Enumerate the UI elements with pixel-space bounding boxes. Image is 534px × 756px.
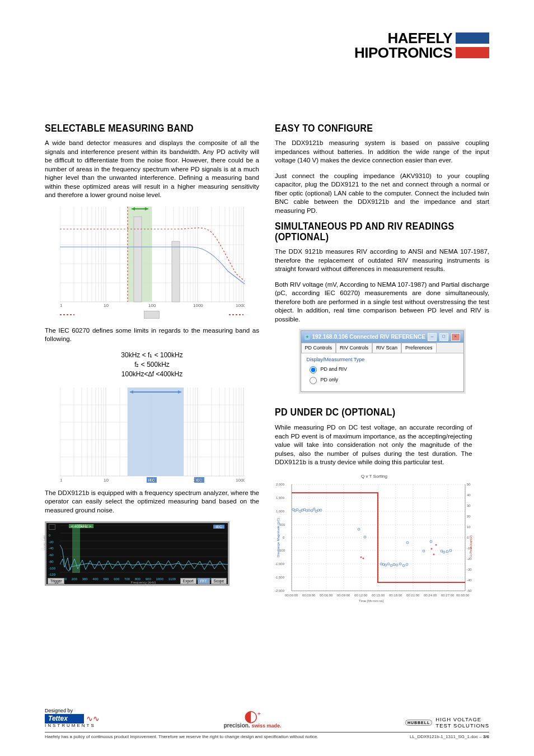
para-pd-dc: While measuring PD on DC test voltage, a…: [275, 423, 472, 467]
svg-text:1000: 1000: [193, 303, 203, 307]
svg-text:00:12:00: 00:12:00: [354, 594, 368, 597]
spectrum-trigger-button[interactable]: Trigger: [48, 578, 64, 584]
svg-text:500: 500: [279, 523, 285, 526]
svg-point-160: [390, 564, 392, 567]
svg-point-168: [446, 550, 448, 553]
svg-text:U-Peak/sqrt(2): U-Peak/sqrt(2): [469, 535, 472, 557]
wave-icon: ∿∿: [86, 716, 100, 721]
svg-point-172: [430, 548, 432, 549]
spectrum-fft-button[interactable]: FFT: [198, 578, 210, 584]
svg-rect-95: [128, 388, 184, 476]
svg-point-164: [402, 564, 405, 567]
dialog-title: 192.168.0.106 Connected RIV REFERENCE: [312, 334, 425, 340]
svg-text:0: 0: [283, 536, 285, 539]
riv-preferences-dialog: ✦ 192.168.0.106 Connected RIV REFERENCE …: [301, 330, 464, 392]
radio-pd-only[interactable]: PD only: [307, 375, 458, 384]
svg-text:10: 10: [104, 478, 109, 483]
chart-lower-log: IEC IEC 1 10 100 1000 10000: [60, 388, 245, 486]
svg-point-167: [443, 551, 445, 553]
svg-point-162: [396, 564, 398, 566]
svg-point-166: [441, 550, 443, 552]
svg-point-139: [294, 510, 296, 512]
chart-qvt: Q v T Sorting: [275, 474, 474, 608]
svg-text:Time [hh:mm:ss]: Time [hh:mm:ss]: [359, 599, 383, 603]
svg-point-153: [406, 542, 409, 544]
svg-point-174: [435, 544, 437, 545]
svg-text:1,000: 1,000: [276, 510, 285, 513]
heading-pd-dc: PD UNDER DC (OPTIONAL): [275, 407, 489, 418]
svg-text:-1,500: -1,500: [275, 576, 285, 579]
svg-rect-45: [134, 217, 142, 302]
tab-riv-controls[interactable]: RIV Controls: [336, 343, 372, 353]
svg-text:00:24:00: 00:24:00: [424, 594, 437, 597]
svg-text:50: 50: [467, 483, 471, 486]
svg-text:00:15:00: 00:15:00: [372, 594, 385, 597]
maximize-icon[interactable]: □: [439, 333, 448, 341]
spectrum-scope-button[interactable]: Scope: [211, 578, 227, 584]
heading-easy-configure: EASY TO CONFIGURE: [275, 123, 489, 134]
chart-upper-log: 1 10 100 1000 10000: [60, 207, 245, 307]
tab-pd-controls[interactable]: PD Controls: [301, 343, 336, 353]
svg-text:10: 10: [104, 303, 109, 307]
svg-point-146: [311, 510, 313, 512]
tool-icon[interactable]: [49, 524, 55, 530]
svg-point-144: [306, 510, 308, 512]
svg-point-155: [430, 540, 432, 543]
left-column: SELECTABLE MEASURING BAND A wide band de…: [45, 123, 259, 608]
brand-line2: HIPOTRONICS: [354, 45, 452, 60]
para-spectrum: The DDX9121b is equipped with a frequenc…: [45, 489, 259, 515]
tab-riv-scan[interactable]: RIV Scan: [372, 343, 401, 353]
svg-text:00:27:00: 00:27:00: [441, 594, 455, 597]
svg-text:2,000: 2,000: [276, 483, 285, 486]
spectrum-ylabel: |X(f)| (dB): [43, 535, 46, 549]
svg-point-150: [320, 509, 322, 511]
svg-text:00:06:00: 00:06:00: [320, 594, 333, 597]
heading-selectable-band: SELECTABLE MEASURING BAND: [45, 123, 259, 134]
svg-point-147: [313, 508, 315, 510]
svg-text:1: 1: [60, 303, 63, 307]
dialog-tabs: PD Controls RIV Controls RIV Scan Prefer…: [301, 343, 463, 353]
para-riv-2: Both RIV voltage (mV, According to NEMA …: [275, 281, 489, 324]
svg-point-143: [303, 508, 306, 511]
svg-point-154: [423, 550, 425, 552]
footer-disclaimer: Haefely has a policy of continuous produ…: [45, 734, 318, 739]
radio-pd-and-riv[interactable]: PD and RIV: [307, 365, 458, 374]
footer-docref: LL_DDX9121b-1_1311_SG_1.doc – 3/6: [410, 734, 489, 739]
svg-text:00:21:00: 00:21:00: [406, 594, 420, 597]
brand-bar-red: [456, 47, 489, 58]
svg-point-158: [385, 564, 387, 566]
svg-text:1,500: 1,500: [276, 496, 285, 500]
svg-text:30: 30: [467, 504, 471, 507]
spectrum-yaxis: 0-20-40-60-80-100-120: [49, 524, 55, 576]
close-icon[interactable]: ×: [451, 333, 460, 341]
svg-point-171: [362, 557, 364, 559]
page-footer: Designed by Tettex ∿∿ INSTRUMENTS ◐+ pre…: [45, 708, 489, 739]
svg-text:-1,000: -1,000: [275, 562, 285, 566]
svg-point-142: [301, 509, 303, 511]
radio-pd-and-riv-input[interactable]: [310, 366, 317, 374]
svg-text:10000: 10000: [236, 303, 245, 307]
svg-text:-40: -40: [467, 578, 472, 582]
para-riv-1: The DDX 9121b measures RIV according to …: [275, 248, 489, 274]
para-easy-1: The DDX9121b measuring system is based o…: [275, 139, 489, 165]
chart-upper-legend: [60, 311, 245, 319]
svg-text:00:09:00: 00:09:00: [337, 594, 350, 597]
minimize-icon[interactable]: –: [428, 333, 437, 341]
radio-pd-only-input[interactable]: [310, 377, 317, 384]
spectrum-export-button[interactable]: Export: [180, 578, 196, 584]
svg-text:10000: 10000: [236, 478, 245, 483]
brand-logo: HAEFELY HIPOTRONICS: [354, 31, 489, 60]
heading-pd-riv: SIMULTANEOUS PD AND RIV READINGS (OPTION…: [275, 221, 489, 243]
svg-text:-50: -50: [467, 589, 472, 592]
svg-text:100: 100: [148, 478, 156, 483]
brand-bar-blue: [456, 32, 489, 44]
tab-preferences[interactable]: Preferences: [401, 343, 437, 353]
svg-point-161: [393, 563, 395, 566]
svg-point-157: [382, 563, 385, 566]
svg-text:Discharge Magnitude (pC): Discharge Magnitude (pC): [277, 518, 280, 557]
app-icon: ✦: [305, 334, 310, 340]
svg-point-151: [358, 528, 360, 530]
svg-point-140: [296, 508, 298, 511]
svg-text:1: 1: [60, 478, 63, 483]
para-selectable-1: A wide band detector measures and displa…: [45, 139, 259, 200]
